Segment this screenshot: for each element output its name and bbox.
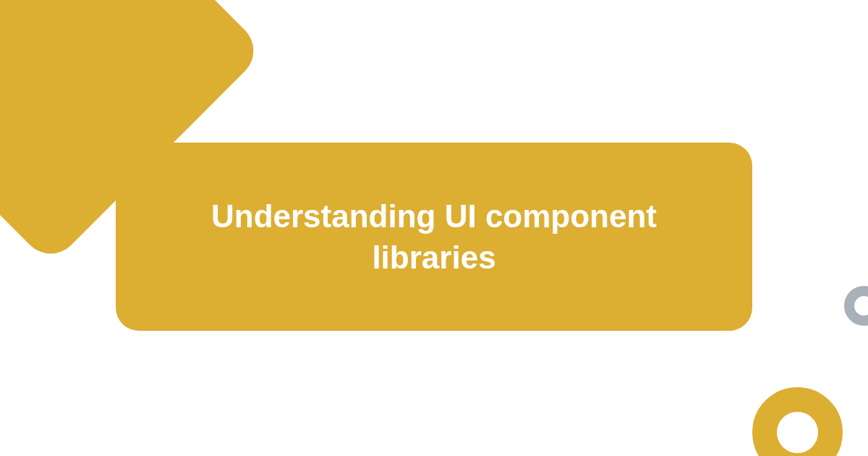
decorative-ring-grey — [844, 286, 868, 326]
decorative-ring-gold — [752, 387, 843, 456]
page-title: Understanding UI component libraries — [159, 195, 709, 278]
title-card: Understanding UI component libraries — [116, 143, 752, 331]
